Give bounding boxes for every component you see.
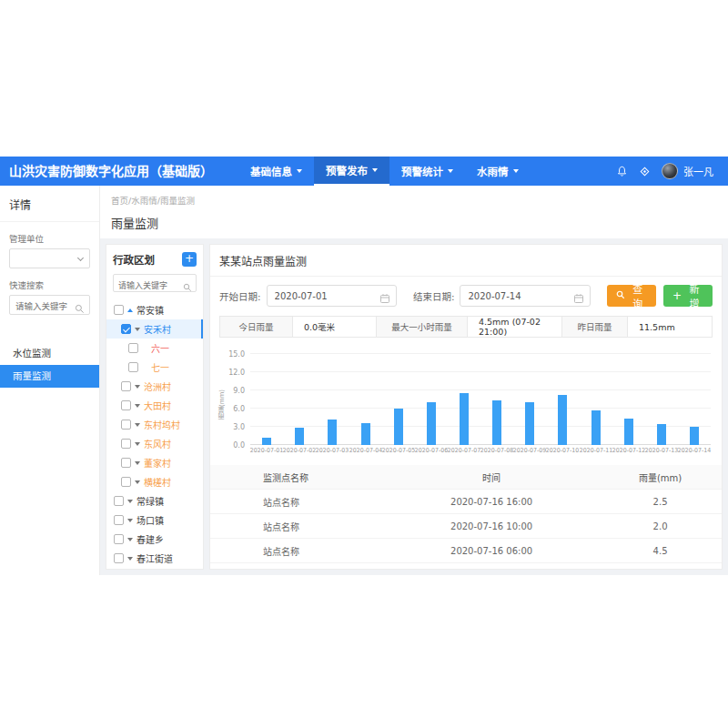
chevron-down-icon: [513, 169, 519, 173]
x-tick-label: 2020-07-11: [579, 448, 612, 454]
org-unit-select[interactable]: [9, 248, 90, 268]
checkbox[interactable]: [121, 439, 131, 449]
gridline: [250, 353, 711, 354]
table-cell: 2.5: [599, 497, 722, 507]
x-tick-label: 2020-07-05: [382, 448, 415, 454]
checkbox[interactable]: [121, 381, 131, 391]
stat-label: 昨日雨量: [562, 317, 628, 337]
nav-item[interactable]: 水雨情: [465, 157, 531, 186]
tree-item[interactable]: 场口镇: [106, 511, 203, 530]
caret-down-icon[interactable]: [135, 385, 140, 389]
action-buttons: 查询 + 新增: [607, 285, 713, 307]
tree-search-box: [113, 274, 197, 292]
tree-item[interactable]: 东村坞村: [106, 415, 203, 434]
caret-down-icon[interactable]: [135, 404, 140, 408]
tree-item-label: 东风村: [144, 437, 171, 450]
add-button[interactable]: + 新增: [663, 285, 713, 307]
tree-item[interactable]: 常安镇: [106, 300, 203, 319]
search-icon: [75, 300, 85, 318]
x-tick-label: 2020-07-02: [283, 448, 316, 454]
checkbox[interactable]: [121, 324, 131, 334]
checkbox[interactable]: [114, 553, 124, 563]
sidebar-title: 详情: [0, 186, 99, 222]
tree-item-label: 常绿镇: [136, 494, 164, 508]
app-screen: 山洪灾害防御数字化应用（基础版） 基础信息预警发布预警统计水雨情 张一凡 详情 …: [0, 0, 728, 728]
tree-item[interactable]: 董家村: [106, 453, 203, 472]
checkbox[interactable]: [114, 534, 124, 544]
user-menu[interactable]: 张一凡: [662, 163, 713, 179]
notification-bell-icon[interactable]: [616, 166, 628, 177]
caret-down-icon[interactable]: [127, 500, 133, 503]
nav-item-label: 预警发布: [326, 163, 368, 177]
stat-value: 11.5mm: [628, 317, 712, 337]
sidebar-item[interactable]: 雨量监测: [0, 365, 99, 388]
bar: [624, 419, 633, 445]
bar: [558, 395, 567, 445]
caret-down-icon[interactable]: [135, 461, 140, 465]
end-date-input[interactable]: [460, 291, 589, 301]
tree-item[interactable]: 春江街道: [106, 549, 203, 568]
main-nav: 基础信息预警发布预警统计水雨情: [238, 157, 531, 186]
table-row: 站点名称2020-07-16 02:002.0: [210, 563, 722, 569]
nav-item-label: 基础信息: [250, 164, 292, 178]
tree-item-label: 六一: [151, 341, 169, 355]
breadcrumb: 首页/水雨情/雨量监测: [111, 194, 717, 207]
checkbox[interactable]: [121, 400, 131, 410]
table-row: 站点名称2020-07-16 16:002.5: [210, 490, 722, 514]
bar: [492, 400, 501, 445]
query-button[interactable]: 查询: [607, 285, 656, 307]
caret-down-icon[interactable]: [127, 519, 133, 522]
calendar-icon[interactable]: [573, 290, 584, 308]
checkbox[interactable]: [121, 477, 131, 487]
tree-item-label: 春建乡: [136, 532, 164, 546]
nav-item[interactable]: 基础信息: [238, 157, 314, 186]
caret-up-icon[interactable]: [127, 308, 133, 312]
page-title: 雨量监测: [111, 214, 717, 231]
start-date-input[interactable]: [268, 291, 396, 301]
add-region-button[interactable]: +: [182, 252, 197, 267]
table-cell: 站点名称: [210, 520, 384, 533]
checkbox[interactable]: [121, 420, 131, 430]
nav-item[interactable]: 预警统计: [389, 157, 465, 186]
caret-down-icon[interactable]: [127, 538, 133, 541]
x-tick-label: 2020-07-10: [546, 448, 579, 454]
tree-item[interactable]: 东风村: [106, 434, 203, 453]
panel-title: 某某站点雨量监测: [210, 245, 722, 277]
table-cell: 站点名称: [210, 544, 384, 558]
tree-item[interactable]: 春建乡: [106, 530, 203, 549]
caret-down-icon[interactable]: [135, 480, 140, 484]
tree-item[interactable]: 大田村: [106, 396, 203, 415]
caret-down-icon[interactable]: [127, 557, 133, 561]
tree-item[interactable]: 大源镇: [106, 568, 203, 570]
checkbox[interactable]: [114, 496, 124, 506]
calendar-icon[interactable]: [379, 290, 390, 308]
tree-item[interactable]: 安禾村: [106, 319, 203, 339]
main-area: 首页/水雨情/雨量监测 雨量监测 行政区划 + 常安镇安禾村六一七一沧洲村大田村…: [100, 186, 728, 575]
y-tick-label: 9.0: [233, 387, 245, 395]
caret-down-icon[interactable]: [135, 328, 140, 331]
caret-down-icon[interactable]: [135, 423, 140, 427]
bar: [460, 393, 469, 445]
caret-down-icon[interactable]: [135, 442, 140, 446]
checkbox[interactable]: [121, 458, 131, 468]
tree-item[interactable]: 横槎村: [106, 472, 203, 491]
sidebar-item[interactable]: 水位监测: [0, 342, 99, 365]
nav-item[interactable]: 预警发布: [314, 157, 389, 186]
stat-label: 今日雨量: [220, 317, 293, 337]
settings-icon[interactable]: [639, 166, 651, 177]
tree-item-label: 春江街道: [136, 551, 173, 565]
tree-item[interactable]: 常绿镇: [106, 491, 203, 511]
quick-search-label: 快速搜索: [9, 278, 90, 291]
tree-item[interactable]: 七一: [106, 358, 203, 377]
bar: [657, 424, 666, 445]
checkbox[interactable]: [128, 343, 138, 353]
tree-item[interactable]: 沧洲村: [106, 377, 203, 396]
tree-item[interactable]: 六一: [106, 339, 203, 358]
table-row: 站点名称2020-07-16 10:002.0: [210, 514, 722, 539]
tree-item-label: 七一: [151, 360, 169, 374]
app-title: 山洪灾害防御数字化应用（基础版）: [0, 157, 213, 186]
checkbox[interactable]: [114, 305, 124, 315]
rainfall-stats-strip: 今日雨量0.0毫米最大一小时雨量4.5mm (07-02 21:00)昨日雨量1…: [219, 316, 713, 338]
checkbox[interactable]: [128, 362, 138, 372]
checkbox[interactable]: [114, 515, 124, 525]
